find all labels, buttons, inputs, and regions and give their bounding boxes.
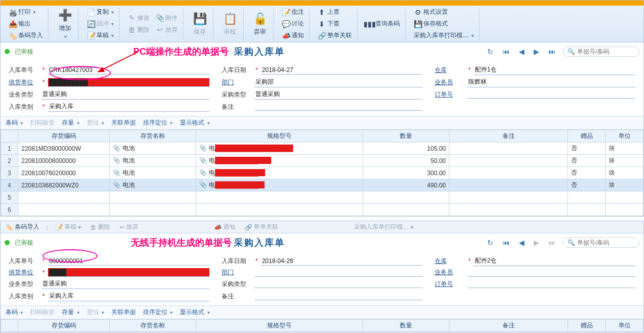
dept-field[interactable]: 采购部	[254, 77, 422, 87]
batch-audit-button[interactable]: 📝批注	[280, 7, 306, 17]
search-wrap[interactable]: 🔍	[563, 46, 639, 57]
col-spec[interactable]: 规格型号	[196, 320, 363, 332]
tbtn-stock[interactable]: 存量 ▾	[62, 308, 79, 317]
btype-field[interactable]: 普通采购	[41, 89, 209, 100]
unit-cell[interactable]: 块	[606, 167, 643, 179]
last-icon[interactable]: ⏭	[546, 239, 558, 247]
print-template-button[interactable]: 采购入库单打印模…▾	[412, 30, 476, 41]
remark-field[interactable]	[254, 103, 422, 111]
audit-button[interactable]: 📋审核	[220, 10, 240, 38]
wh-label[interactable]: 仓库	[435, 257, 465, 266]
qty-cell[interactable]: 50.00	[363, 155, 449, 167]
search-input[interactable]	[577, 239, 644, 246]
table-row[interactable]: 22208100008000000📎电池📎电██████████W1150.00…	[1, 155, 643, 167]
rtype-field[interactable]: 采购入库	[48, 291, 209, 301]
abandon-button[interactable]: ↩放弃	[154, 25, 180, 35]
spec-cell[interactable]: 📎电██████████████████	[196, 142, 363, 155]
refresh-icon[interactable]: ↻	[485, 239, 495, 247]
modify-button[interactable]: ✎修改	[126, 13, 152, 23]
tbtn-barcode[interactable]: 条码 ▾	[6, 308, 23, 317]
qty-cell[interactable]: 490.00	[363, 179, 449, 192]
first-icon[interactable]: ⏮	[500, 47, 512, 56]
search-wrap[interactable]: 🔍	[563, 237, 639, 248]
col-remark[interactable]: 备注	[449, 320, 568, 332]
order-label[interactable]: 订单号	[435, 90, 465, 99]
prev-icon[interactable]: ◀	[517, 239, 527, 247]
table-row[interactable]: 5	[1, 192, 643, 204]
remark-cell[interactable]	[449, 179, 568, 192]
spec-cell[interactable]: 📎电██████████20	[196, 167, 363, 179]
draft-button[interactable]: 📝草稿▾	[85, 30, 116, 41]
gift-cell[interactable]: 否	[568, 167, 606, 179]
docno-field[interactable]: CRK180427003	[48, 66, 209, 75]
prev-rec-button[interactable]: ⬆上查	[316, 7, 354, 17]
save-button[interactable]: 💾保存	[189, 10, 210, 38]
wh-field[interactable]: 配件1仓	[474, 65, 635, 75]
draft-button[interactable]: 📝 草稿 ▾	[53, 222, 83, 232]
spec-cell[interactable]: 📎电██████████W11	[196, 155, 363, 167]
full-link-button[interactable]: 🔗整单关联	[316, 30, 354, 41]
output-button[interactable]: 📤输出	[7, 18, 45, 29]
order-field[interactable]	[467, 90, 635, 99]
col-qty[interactable]: 数量	[363, 130, 449, 142]
tbtn-sort[interactable]: 排序定位 ▾	[143, 118, 173, 127]
operator-label[interactable]: 业务员	[435, 78, 465, 87]
add-button[interactable]: ➕增加▾	[55, 6, 75, 41]
dept-label[interactable]: 部门	[222, 268, 252, 277]
date-field[interactable]: 2018-04-27	[261, 66, 422, 75]
search-input[interactable]	[577, 48, 644, 55]
print-template-button[interactable]: 采购入库单打印模… ▾	[352, 222, 416, 232]
ptype-field[interactable]: 普通采购	[254, 89, 422, 100]
vendor-field[interactable]: ████	[48, 268, 209, 277]
qty-cell[interactable]: 300.00	[363, 167, 449, 179]
print-button[interactable]: 🖨️打印▾	[7, 7, 45, 17]
offset-button[interactable]: 🔄回冲▾	[85, 18, 116, 29]
col-gift[interactable]: 赠品	[568, 130, 606, 142]
col-unit[interactable]: 单位	[606, 320, 643, 332]
full-link-button[interactable]: 🔗 整单关联	[243, 222, 280, 232]
col-qty[interactable]: 数量	[363, 320, 449, 332]
qty-cell[interactable]: 105.00	[363, 142, 449, 155]
wh-label[interactable]: 仓库	[435, 66, 465, 75]
rtype-field[interactable]: 采购入库	[48, 102, 209, 112]
remark-cell[interactable]	[449, 155, 568, 167]
gift-cell[interactable]: 否	[568, 142, 606, 155]
last-icon[interactable]: ⏭	[546, 47, 558, 56]
format-settings-button[interactable]: ⚙格式设置	[412, 7, 476, 17]
table-row[interactable]: 42208103682000WZ0📎电池📎电██████████字490.00否…	[1, 179, 643, 192]
vendor-label[interactable]: 供货单位	[9, 78, 39, 87]
barcode-import-button[interactable]: 🏷️条码导入	[7, 30, 45, 41]
detail-grid[interactable]: 存货编码 存货名称 规格型号 数量 备注 赠品 单位	[1, 319, 643, 332]
delete-button[interactable]: 🗑删除	[126, 25, 152, 35]
name-cell[interactable]: 📎电池	[110, 155, 196, 167]
tbtn-linkdoc[interactable]: 关联单据	[111, 308, 136, 317]
first-icon[interactable]: ⏮	[500, 239, 512, 247]
detail-grid[interactable]: 存货编码 存货名称 规格型号 数量 备注 赠品 单位 122081MD39000…	[1, 130, 643, 216]
tbtn-scan[interactable]: 扫码验货	[30, 308, 55, 317]
abandon-button[interactable]: ↩ 放弃	[117, 222, 140, 232]
col-rownum[interactable]	[1, 130, 18, 142]
col-spec[interactable]: 规格型号	[196, 130, 363, 142]
tbtn-disp[interactable]: 显示格式 ▾	[180, 118, 209, 127]
btype-field[interactable]: 普通采购	[41, 279, 209, 289]
attachment-button[interactable]: 📎附件	[154, 13, 180, 23]
spec-cell[interactable]: 📎电██████████字	[196, 179, 363, 192]
save-format-button[interactable]: 💾保存格式	[412, 18, 476, 29]
query-barcode-button[interactable]: ▮▮▮查询条码	[364, 18, 402, 29]
unaudit-button[interactable]: 🔓弃审	[250, 10, 270, 38]
order-field[interactable]	[467, 280, 635, 288]
unit-cell[interactable]: 块	[606, 179, 643, 192]
tbtn-sort[interactable]: 排序定位 ▾	[143, 308, 173, 317]
refresh-icon[interactable]: ↻	[485, 47, 495, 56]
tbtn-scan[interactable]: 扫码验货	[30, 118, 55, 127]
name-cell[interactable]: 📎电池	[110, 142, 196, 155]
tbtn-linkdoc[interactable]: 关联单据	[111, 118, 136, 127]
wh-field[interactable]: 配件2仓	[474, 256, 635, 266]
code-cell[interactable]: 22081MD39000000W	[18, 142, 109, 155]
operator-field[interactable]: 陈辉林	[467, 77, 635, 87]
tbtn-bin[interactable]: 货位 ▾	[87, 118, 104, 127]
operator-label[interactable]: 业务员	[435, 268, 465, 277]
dept-field[interactable]	[254, 269, 422, 277]
col-code[interactable]: 存货编码	[18, 320, 109, 332]
col-gift[interactable]: 赠品	[568, 320, 606, 332]
